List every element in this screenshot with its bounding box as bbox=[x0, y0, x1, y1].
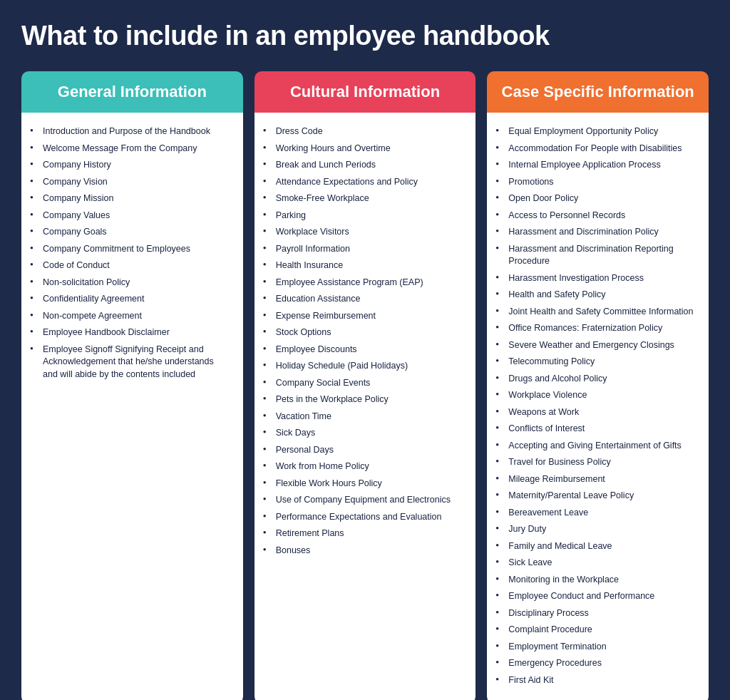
list-item: Telecommuting Policy bbox=[495, 356, 696, 369]
list-item: Work from Home Policy bbox=[263, 460, 463, 473]
list-item: Workplace Visitors bbox=[263, 226, 463, 239]
list-item: Weapons at Work bbox=[495, 406, 696, 419]
list-item: Retirement Plans bbox=[263, 527, 463, 540]
list-item: Use of Company Equipment and Electronics bbox=[263, 494, 463, 507]
list-item: Employee Signoff Signifying Receipt and … bbox=[30, 344, 230, 381]
list-item: Non-compete Agreement bbox=[30, 310, 230, 323]
list-item: Sick Leave bbox=[495, 557, 696, 570]
list-item: Flexible Work Hours Policy bbox=[263, 478, 463, 490]
list-item: Emergency Procedures bbox=[495, 657, 696, 670]
list-item: Vacation Time bbox=[263, 411, 463, 423]
list-item: Severe Weather and Emergency Closings bbox=[495, 339, 696, 352]
cultural-header-title: Cultural Information bbox=[269, 83, 462, 101]
list-item: Company History bbox=[30, 159, 230, 172]
list-item: Dress Code bbox=[263, 125, 463, 138]
list-item: Access to Personnel Records bbox=[495, 210, 696, 222]
list-item: Attendance Expectations and Policy bbox=[263, 176, 463, 189]
list-item: Pets in the Workplace Policy bbox=[263, 393, 463, 406]
list-item: Office Romances: Fraternization Policy bbox=[495, 322, 696, 335]
list-item: Company Commitment to Employees bbox=[30, 243, 230, 256]
list-item: Workplace Violence bbox=[495, 389, 696, 402]
list-item: Sick Days bbox=[263, 427, 463, 440]
page-title: What to include in an employee handbook bbox=[21, 21, 709, 51]
page-wrapper: What to include in an employee handbook … bbox=[0, 0, 730, 700]
case-header: Case Specific Information bbox=[487, 71, 709, 113]
list-item: Conflicts of Interest bbox=[495, 423, 696, 436]
general-header: General Information bbox=[21, 71, 243, 113]
list-item: Personal Days bbox=[263, 444, 463, 457]
case-header-title: Case Specific Information bbox=[501, 83, 694, 101]
list-item: Drugs and Alcohol Policy bbox=[495, 373, 696, 386]
list-item: Health Insurance bbox=[263, 259, 463, 272]
columns-container: General Information Introduction and Pur… bbox=[21, 71, 709, 700]
list-item: Harassment and Discrimination Policy bbox=[495, 226, 696, 239]
list-item: Health and Safety Policy bbox=[495, 289, 696, 302]
list-item: Stock Options bbox=[263, 326, 463, 339]
list-item: Welcome Message From the Company bbox=[30, 143, 230, 155]
list-item: Bonuses bbox=[263, 545, 463, 557]
list-item: Family and Medical Leave bbox=[495, 540, 696, 553]
general-item-list: Introduction and Purpose of the Handbook… bbox=[30, 125, 230, 381]
list-item: Harassment and Discrimination Reporting … bbox=[495, 243, 696, 268]
list-item: Smoke-Free Workplace bbox=[263, 192, 463, 205]
general-body: Introduction and Purpose of the Handbook… bbox=[21, 113, 243, 700]
list-item: Expense Reimbursement bbox=[263, 310, 463, 323]
list-item: Confidentiality Agreement bbox=[30, 293, 230, 306]
list-item: Equal Employment Opportunity Policy bbox=[495, 125, 696, 138]
list-item: Disciplinary Process bbox=[495, 607, 696, 620]
column-cultural: Cultural Information Dress CodeWorking H… bbox=[255, 71, 476, 700]
list-item: Code of Conduct bbox=[30, 259, 230, 272]
list-item: Harassment Investigation Process bbox=[495, 272, 696, 285]
list-item: Jury Duty bbox=[495, 523, 696, 536]
list-item: Company Vision bbox=[30, 176, 230, 189]
list-item: Break and Lunch Periods bbox=[263, 159, 463, 172]
list-item: Company Goals bbox=[30, 226, 230, 239]
list-item: Employment Termination bbox=[495, 641, 696, 654]
list-item: Holiday Schedule (Paid Holidays) bbox=[263, 360, 463, 373]
list-item: Employee Conduct and Performance bbox=[495, 590, 696, 603]
list-item: Company Mission bbox=[30, 192, 230, 205]
list-item: Bereavement Leave bbox=[495, 507, 696, 520]
list-item: Employee Assistance Program (EAP) bbox=[263, 277, 463, 289]
cultural-body: Dress CodeWorking Hours and OvertimeBrea… bbox=[255, 113, 476, 700]
list-item: Monitoring in the Workplace bbox=[495, 574, 696, 587]
list-item: Introduction and Purpose of the Handbook bbox=[30, 125, 230, 138]
cultural-item-list: Dress CodeWorking Hours and OvertimeBrea… bbox=[263, 125, 463, 557]
list-item: Non-solicitation Policy bbox=[30, 277, 230, 289]
list-item: Accepting and Giving Entertainment of Gi… bbox=[495, 440, 696, 453]
list-item: Joint Health and Safety Committee Inform… bbox=[495, 306, 696, 319]
list-item: Travel for Business Policy bbox=[495, 456, 696, 469]
list-item: Performance Expectations and Evaluation bbox=[263, 511, 463, 524]
list-item: Working Hours and Overtime bbox=[263, 143, 463, 155]
list-item: Mileage Reimbursement bbox=[495, 473, 696, 486]
list-item: Payroll Information bbox=[263, 243, 463, 256]
list-item: Accommodation For People with Disabiliti… bbox=[495, 143, 696, 155]
list-item: Employee Discounts bbox=[263, 344, 463, 356]
case-item-list: Equal Employment Opportunity PolicyAccom… bbox=[495, 125, 696, 686]
case-body: Equal Employment Opportunity PolicyAccom… bbox=[487, 113, 709, 700]
list-item: First Aid Kit bbox=[495, 674, 696, 687]
general-header-title: General Information bbox=[36, 83, 229, 101]
list-item: Company Social Events bbox=[263, 377, 463, 390]
list-item: Promotions bbox=[495, 176, 696, 189]
list-item: Open Door Policy bbox=[495, 192, 696, 205]
column-general: General Information Introduction and Pur… bbox=[21, 71, 243, 700]
list-item: Maternity/Parental Leave Policy bbox=[495, 490, 696, 503]
list-item: Parking bbox=[263, 210, 463, 222]
list-item: Internal Employee Application Process bbox=[495, 159, 696, 172]
list-item: Education Assistance bbox=[263, 293, 463, 306]
list-item: Complaint Procedure bbox=[495, 624, 696, 637]
list-item: Employee Handbook Disclaimer bbox=[30, 326, 230, 339]
column-case: Case Specific Information Equal Employme… bbox=[487, 71, 709, 700]
list-item: Company Values bbox=[30, 210, 230, 222]
cultural-header: Cultural Information bbox=[255, 71, 476, 113]
